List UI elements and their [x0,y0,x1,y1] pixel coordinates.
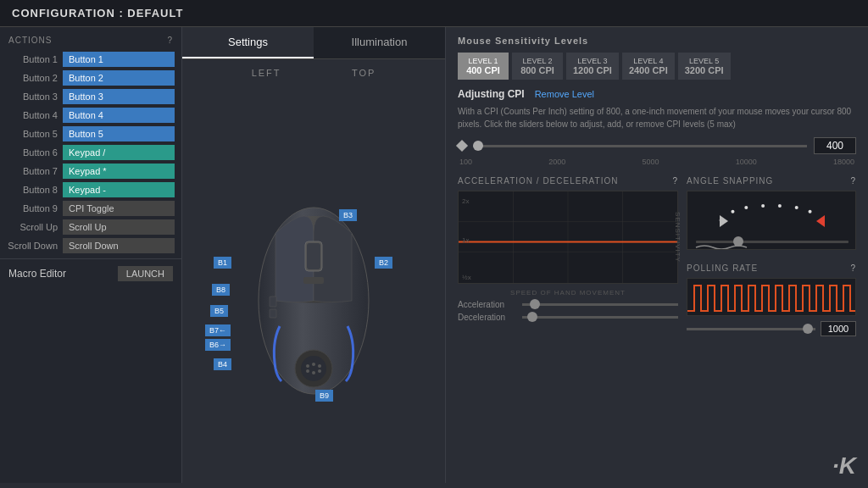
cpi-slider-track[interactable] [473,145,807,147]
angle-display [687,191,856,250]
tab-illumination[interactable]: Illumination [314,27,445,58]
action-row: Button 7Keypad * [0,162,181,180]
cpi-level[interactable]: LEVEL 42400 CPI [622,53,675,80]
b1-label[interactable]: B1 [214,257,231,269]
svg-point-34 [733,236,743,247]
sensitivity-title: Mouse Sensitivity Levels [458,36,856,46]
action-row-button[interactable]: Button 5 [63,126,175,141]
action-row-button[interactable]: Button 4 [63,108,175,123]
macro-row: Macro Editor LAUNCH [0,258,181,285]
action-row-label: Button 3 [7,92,58,102]
action-row-label: Button 1 [7,54,58,64]
view-labels: LEFT TOP [182,68,445,78]
polling-slider-row: 1000 [687,321,856,336]
action-row-button[interactable]: Keypad / [63,145,175,160]
cpi-scale-tick: 100 [459,158,472,166]
cpi-level[interactable]: LEVEL 53200 CPI [678,53,731,80]
accel-section: ACCELERATION / DECELERATION ? [458,176,678,336]
angle-question[interactable]: ? [850,176,856,186]
cpi-level[interactable]: LEVEL 31200 CPI [566,53,619,80]
b8-label[interactable]: B8 [212,284,230,296]
accel-y-label: SENSITIVITY [675,212,682,263]
action-row-label: Button 7 [7,166,58,176]
svg-point-24 [731,210,734,214]
svg-point-10 [312,371,315,374]
cpi-levels: LEVEL 1400 CPILEVEL 2800 CPILEVEL 31200 … [458,53,856,80]
polling-question[interactable]: ? [850,263,856,273]
actions-header: ACTIONS ? [0,32,181,50]
action-row-label: Button 8 [7,185,58,195]
polling-value-box[interactable]: 1000 [821,321,856,336]
b7-label[interactable]: B7← [205,324,231,336]
decel-slider-track[interactable] [522,316,678,319]
mouse-area: LEFT TOP [182,59,445,483]
right-sub-panel: ANGLE SNAPPING ? [687,176,856,336]
center-panel: Settings Illumination LEFT TOP [182,27,445,483]
accel-slider-track[interactable] [522,303,678,306]
svg-point-29 [809,210,812,214]
action-row: Button 5Button 5 [0,125,181,143]
action-row-button[interactable]: CPI Toggle [63,201,175,216]
tab-settings[interactable]: Settings [182,27,314,58]
action-row: Scroll DownScroll Down [0,236,181,255]
cpi-level[interactable]: LEVEL 2800 CPI [512,53,563,80]
svg-text:½x: ½x [462,274,471,281]
polling-slider-thumb[interactable] [803,324,813,334]
cpi-description: With a CPI (Counts Per Inch) setting of … [458,105,856,130]
b2-label[interactable]: B2 [375,257,392,269]
action-row: Button 9CPI Toggle [0,199,181,218]
b4-label[interactable]: B4 [214,358,231,370]
action-row-button[interactable]: Scroll Down [63,238,175,253]
remove-level-link[interactable]: Remove Level [535,89,594,99]
b3-label[interactable]: B3 [339,209,357,221]
accel-chart: 2x 1x ½x [458,191,678,284]
svg-point-11 [318,369,321,373]
svg-rect-12 [270,297,276,307]
action-row-button[interactable]: Keypad - [63,182,175,197]
view-left-label: LEFT [252,68,281,78]
action-row-label: Button 9 [7,203,58,214]
action-row-button[interactable]: Button 3 [63,89,175,104]
cpi-scale-tick: 2000 [548,158,565,166]
svg-point-8 [318,364,321,368]
accel-question[interactable]: ? [672,176,678,186]
angle-title: ANGLE SNAPPING ? [687,176,856,186]
mouse-svg [229,148,398,411]
top-bar: CONFIGURATION : DEFAULT [0,0,868,27]
accel-chart-svg: 2x 1x ½x [459,191,677,283]
b5-label[interactable]: B5 [210,305,228,317]
action-row: Button 8Keypad - [0,180,181,199]
action-row: Button 1Button 1 [0,50,181,69]
svg-point-9 [306,369,309,373]
cpi-level[interactable]: LEVEL 1400 CPI [458,53,509,80]
svg-point-26 [761,204,765,208]
action-row-button[interactable]: Keypad * [63,164,175,179]
cpi-scale-tick: 10000 [736,158,757,166]
launch-button[interactable]: LAUNCH [118,266,173,281]
cpi-scale-tick: 18000 [833,158,854,166]
svg-rect-33 [696,241,849,243]
cpi-slider-row: 400 [458,137,856,154]
decel-slider-thumb[interactable] [527,312,537,322]
b6-label[interactable]: B6→ [205,339,231,351]
action-row-button[interactable]: Button 2 [63,70,175,86]
mouse-image: B3 B1 B2 B8 B5 B7← B6→ B4 B9 [229,148,398,411]
adjusting-label: Adjusting CPI [458,88,525,100]
cpi-diamond-icon [456,140,468,152]
polling-chart [687,278,856,316]
deceleration-slider-row: Deceleration [458,313,678,322]
action-row-label: Button 6 [7,147,58,158]
config-title: CONFIGURATION : DEFAULT [12,7,183,19]
action-row: Button 4Button 4 [0,106,181,125]
cpi-slider-thumb[interactable] [473,141,483,151]
action-row-label: Scroll Down [7,241,58,251]
action-row-button[interactable]: Scroll Up [63,219,175,235]
polling-slider-track[interactable] [687,328,815,330]
action-row-button[interactable]: Button 1 [63,52,175,67]
cpi-value-box[interactable]: 400 [814,137,856,154]
cpi-section: Mouse Sensitivity Levels LEVEL 1400 CPIL… [458,36,856,166]
accel-label: Acceleration [458,300,517,309]
accel-slider-thumb[interactable] [530,299,540,309]
actions-question[interactable]: ? [167,36,173,45]
b9-label[interactable]: B9 [315,390,333,402]
